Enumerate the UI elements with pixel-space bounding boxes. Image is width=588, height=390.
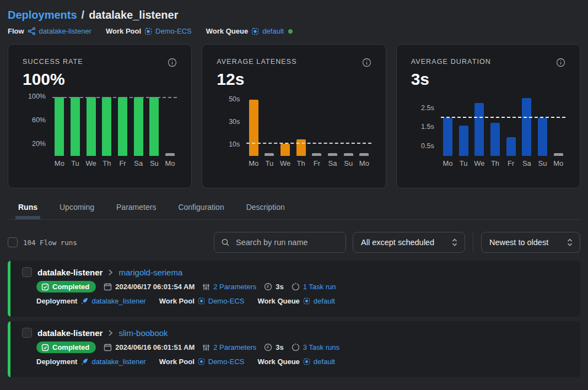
x-axis-labels: MoTuWeThFrSaSuMo <box>52 156 177 169</box>
work-queue-link[interactable]: default <box>314 358 335 366</box>
bar <box>522 98 531 156</box>
y-axis: 2.5s1.5s0.5s <box>411 94 441 156</box>
bar <box>328 153 337 156</box>
tab-configuration[interactable]: Configuration <box>178 203 224 219</box>
bar-slot <box>247 94 260 156</box>
bar <box>165 153 175 156</box>
bar <box>538 118 547 156</box>
run-task-runs-link[interactable]: 1 Task run <box>303 283 336 291</box>
bar <box>265 153 274 156</box>
run-parameters: 2 Parameters <box>202 283 256 291</box>
y-tick: 0.5s <box>421 142 434 150</box>
chevron-up-down-icon <box>567 238 573 247</box>
run-search[interactable] <box>214 232 346 253</box>
filter-divider <box>473 232 473 253</box>
run-checkbox[interactable] <box>22 328 32 338</box>
bar <box>249 100 258 156</box>
bar-slot <box>85 94 97 156</box>
run-flow-name[interactable]: datalake-listener <box>37 328 103 338</box>
plot-area <box>52 94 177 156</box>
run-flow-name[interactable]: datalake-listener <box>37 268 103 277</box>
bar <box>474 103 484 156</box>
run-start-time: 2024/06/17 06:01:54 AM <box>104 283 195 291</box>
work-queue-link[interactable]: default <box>314 297 335 305</box>
deployment-link[interactable]: datalake_listener <box>91 297 145 305</box>
breadcrumb-deployments-link[interactable]: Deployments <box>8 9 77 21</box>
bar <box>149 97 159 156</box>
info-icon[interactable] <box>362 58 371 67</box>
info-icon[interactable] <box>556 58 565 67</box>
bar-slot <box>537 94 549 156</box>
chevron-right-icon <box>108 329 113 337</box>
page-title: datalake_listener <box>89 9 178 21</box>
flow-link[interactable]: datalake-listener <box>39 27 91 35</box>
bar-slot <box>342 94 354 156</box>
bar-slot <box>457 94 470 156</box>
average-lateness-label: AVERAGE LATENESS <box>217 58 296 66</box>
x-label: We <box>473 159 485 169</box>
x-axis-labels: MoTuWeThFrSaSuMo <box>441 156 565 169</box>
bar <box>443 118 452 156</box>
run-name-link[interactable]: slim-boobook <box>118 328 168 338</box>
work-pool-link[interactable]: Demo-ECS <box>155 27 192 35</box>
x-label: We <box>279 159 292 169</box>
state-filter-select[interactable]: All except scheduled <box>353 232 465 253</box>
flow-meta: Flow datalake-listener <box>8 27 91 35</box>
work-queue-label: Work Queue <box>258 297 300 305</box>
run-parameters-link[interactable]: 2 Parameters <box>213 343 256 351</box>
average-duration-value: 3s <box>411 70 565 89</box>
chevron-up-down-icon <box>451 238 458 247</box>
tab-description[interactable]: Description <box>246 203 285 219</box>
run-duration: 3s <box>264 343 283 351</box>
sort-order-select[interactable]: Newest to oldest <box>481 232 580 253</box>
x-label: Fr <box>311 159 323 169</box>
run-name-link[interactable]: marigold-seriema <box>118 268 182 277</box>
work-pool-icon <box>198 297 205 305</box>
x-label: Sa <box>132 159 144 169</box>
work-pool-link[interactable]: Demo-ECS <box>208 297 245 305</box>
tab-runs[interactable]: Runs <box>18 203 37 219</box>
tab-parameters[interactable]: Parameters <box>116 203 156 219</box>
rocket-icon <box>80 297 88 305</box>
work-queue-link[interactable]: default <box>262 27 284 35</box>
completed-check-icon <box>41 344 49 351</box>
run-parameters-link[interactable]: 2 Parameters <box>213 283 256 291</box>
x-label: Su <box>148 159 160 169</box>
state-badge-label: Completed <box>52 283 89 291</box>
clock-icon <box>264 283 272 291</box>
tab-upcoming[interactable]: Upcoming <box>60 203 94 219</box>
bar <box>296 139 306 156</box>
work-pool-label: Work Pool <box>159 358 195 366</box>
state-stripe <box>8 321 10 377</box>
success-rate-value: 100% <box>23 70 177 89</box>
info-icon[interactable] <box>168 58 177 67</box>
run-checkbox[interactable] <box>22 267 32 277</box>
y-tick: 10s <box>229 140 240 148</box>
y-axis: 50s30s10s <box>217 94 246 156</box>
success-rate-label: SUCCESS RATE <box>23 58 83 66</box>
bar-slot <box>473 94 485 156</box>
x-label: Fr <box>117 159 129 169</box>
bar-slot <box>442 94 454 156</box>
deployment-tabs: Runs Upcoming Parameters Configuration D… <box>18 203 580 219</box>
bar-slot <box>132 94 144 156</box>
select-all-checkbox[interactable] <box>8 237 18 247</box>
y-tick: 30s <box>229 118 240 126</box>
bar <box>87 97 96 156</box>
work-pool-link[interactable]: Demo-ECS <box>208 358 245 366</box>
x-label: Mo <box>247 159 260 169</box>
average-duration-chart: 2.5s1.5s0.5sMoTuWeThFrSaSuMo <box>411 94 565 169</box>
deployment-link[interactable]: datalake_listener <box>91 358 145 366</box>
x-label: We <box>85 159 97 169</box>
run-task-runs-link[interactable]: 3 Task runs <box>303 343 339 351</box>
state-badge[interactable]: Completed <box>36 342 96 353</box>
completed-check-icon <box>41 283 49 291</box>
search-input[interactable] <box>235 237 340 247</box>
state-badge[interactable]: Completed <box>36 281 96 292</box>
x-label: Th <box>489 159 501 169</box>
work-pool-icon <box>144 28 152 35</box>
flow-runs-count: 104 Flow runs <box>23 239 77 247</box>
run-deployment: Deployment datalake_listener <box>36 297 146 305</box>
work-queue-label: Work Queue <box>258 358 300 366</box>
average-duration-card: AVERAGE DURATION 3s 2.5s1.5s0.5sMoTuWeTh… <box>396 44 580 188</box>
